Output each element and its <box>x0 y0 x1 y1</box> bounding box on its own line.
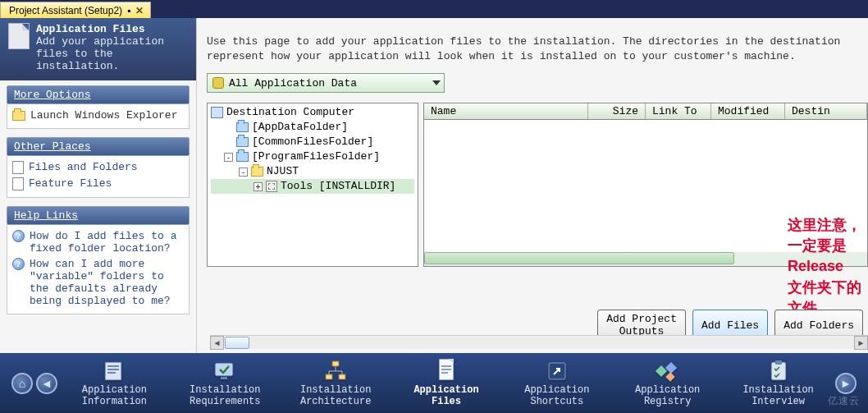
section-title-more-options[interactable]: More Options <box>7 85 190 104</box>
dropdown-value: All Application Data <box>229 77 357 89</box>
registry-icon <box>654 359 682 383</box>
sidebar-header: Application Files Add your application f… <box>0 18 196 80</box>
col-link[interactable]: Link To <box>646 103 711 119</box>
svg-rect-17 <box>665 372 674 381</box>
svg-rect-11 <box>441 365 451 367</box>
page-icon <box>8 23 30 49</box>
svg-rect-18 <box>771 362 786 380</box>
col-name[interactable]: Name <box>424 103 588 119</box>
scrollbar-thumb[interactable] <box>225 337 249 349</box>
close-icon[interactable]: ✕ <box>135 5 144 16</box>
nav-item-application-shortcuts[interactable]: Application Shortcuts <box>503 359 610 408</box>
tree-icon <box>322 359 349 383</box>
doc-icon <box>12 161 24 174</box>
bottom-nav: ⌂ ◄ Application Information Installation… <box>0 353 868 413</box>
tab-title: Project Assistant (Setup2) <box>9 5 122 16</box>
computer-icon <box>211 107 223 118</box>
annotation-text: 这里注意，一定要是Release 文件夹下的文件 <box>788 215 868 319</box>
svg-rect-3 <box>107 372 116 374</box>
component-icon <box>266 181 277 192</box>
main-horizontal-scrollbar[interactable]: ◄ ► <box>210 335 868 349</box>
nav-back-button[interactable]: ◄ <box>36 373 57 394</box>
tree-node-appdata[interactable]: [AppDataFolder] <box>211 120 414 135</box>
chevron-down-icon <box>432 80 441 85</box>
scroll-left-icon[interactable]: ◄ <box>210 336 224 350</box>
folder-icon <box>251 167 263 177</box>
section-title-help-links[interactable]: Help Links <box>7 206 190 225</box>
intro-text: Use this page to add your application fi… <box>207 34 868 63</box>
scrollbar-thumb[interactable] <box>424 252 734 264</box>
folder-icon <box>12 111 25 121</box>
tree-node-commonfiles[interactable]: [CommonFilesFolder] <box>211 135 414 149</box>
help-icon <box>12 258 25 270</box>
folder-icon <box>236 122 249 132</box>
nav-item-application-files[interactable]: Application Files <box>393 359 500 408</box>
notepad-icon <box>100 359 128 383</box>
nav-forward-button[interactable]: ► <box>835 373 857 394</box>
svg-rect-6 <box>332 361 339 366</box>
collapse-icon[interactable]: - <box>224 153 233 162</box>
section-title-other-places[interactable]: Other Places <box>7 137 190 156</box>
scroll-right-icon[interactable]: ► <box>854 336 868 350</box>
sidebar-item-feature-files[interactable]: Feature Files <box>11 176 185 192</box>
col-modified[interactable]: Modified <box>711 103 785 119</box>
svg-rect-16 <box>665 362 677 374</box>
svg-rect-13 <box>441 372 448 374</box>
nav-item-application-registry[interactable]: Application Registry <box>614 359 721 408</box>
application-data-dropdown[interactable]: All Application Data <box>207 73 445 93</box>
sidebar-item-launch-explorer[interactable]: Launch Windows Explorer <box>11 108 185 123</box>
help-icon <box>12 230 25 242</box>
sidebar-header-title: Application Files <box>36 23 188 35</box>
main-panel: Use this page to add your application fi… <box>197 18 868 353</box>
watermark: 亿速云 <box>828 394 860 408</box>
expand-icon[interactable]: + <box>254 182 263 191</box>
clipboard-icon <box>765 359 793 383</box>
tree-node-programfiles[interactable]: - [ProgramFilesFolder] <box>211 149 414 164</box>
doc-icon <box>12 177 24 190</box>
svg-rect-2 <box>107 369 119 370</box>
tree-node-tools-installdir[interactable]: + Tools [INSTALLDIR] <box>211 179 414 194</box>
list-header[interactable]: Name Size Link To Modified Destin <box>424 103 867 120</box>
svg-rect-4 <box>215 363 233 376</box>
col-size[interactable]: Size <box>588 103 646 119</box>
svg-rect-12 <box>441 369 451 370</box>
nav-item-installation-requirements[interactable]: Installation Requirements <box>171 359 279 408</box>
section-other-places: Other Places Files and Folders Feature F… <box>7 137 190 198</box>
folder-icon <box>236 152 249 162</box>
pin-icon[interactable]: ▪ <box>127 5 130 16</box>
svg-rect-7 <box>326 374 332 379</box>
sidebar-item-help-fixed-folder[interactable]: How do I add files to a fixed folder loc… <box>11 228 185 256</box>
monitor-check-icon <box>211 359 239 383</box>
nav-item-installation-architecture[interactable]: Installation Architecture <box>282 359 390 408</box>
folder-tree[interactable]: Destination Computer [AppDataFolder] [Co… <box>207 103 418 267</box>
shortcut-icon <box>543 359 571 383</box>
svg-rect-0 <box>105 362 121 380</box>
svg-rect-5 <box>221 377 227 379</box>
svg-rect-8 <box>339 374 345 379</box>
sidebar: Application Files Add your application f… <box>0 18 197 353</box>
sidebar-header-desc: Add your application files to the instal… <box>36 35 164 72</box>
nav-item-application-information[interactable]: Application Information <box>61 359 168 408</box>
tab-project-assistant[interactable]: Project Assistant (Setup2) ▪ ✕ <box>0 2 151 18</box>
section-help-links: Help Links How do I add files to a fixed… <box>7 206 190 314</box>
collapse-icon[interactable]: - <box>239 167 248 177</box>
tree-node-njust[interactable]: - NJUST <box>211 164 414 179</box>
svg-rect-19 <box>775 360 782 365</box>
nav-home-button[interactable]: ⌂ <box>11 373 33 394</box>
svg-rect-1 <box>107 365 119 367</box>
page-icon <box>432 359 460 383</box>
sidebar-item-files-and-folders[interactable]: Files and Folders <box>11 159 185 176</box>
folder-icon <box>236 137 249 147</box>
svg-rect-15 <box>656 365 667 377</box>
col-destination[interactable]: Destin <box>785 103 867 119</box>
tab-strip: Project Assistant (Setup2) ▪ ✕ <box>0 0 868 18</box>
sidebar-item-help-variable-folders[interactable]: How can I add more "variable" folders to… <box>11 256 185 309</box>
nav-item-installation-interview[interactable]: Installation Interview <box>724 359 832 408</box>
database-icon <box>212 77 224 89</box>
section-more-options: More Options Launch Windows Explorer <box>7 85 190 129</box>
tree-root[interactable]: Destination Computer <box>211 105 414 120</box>
